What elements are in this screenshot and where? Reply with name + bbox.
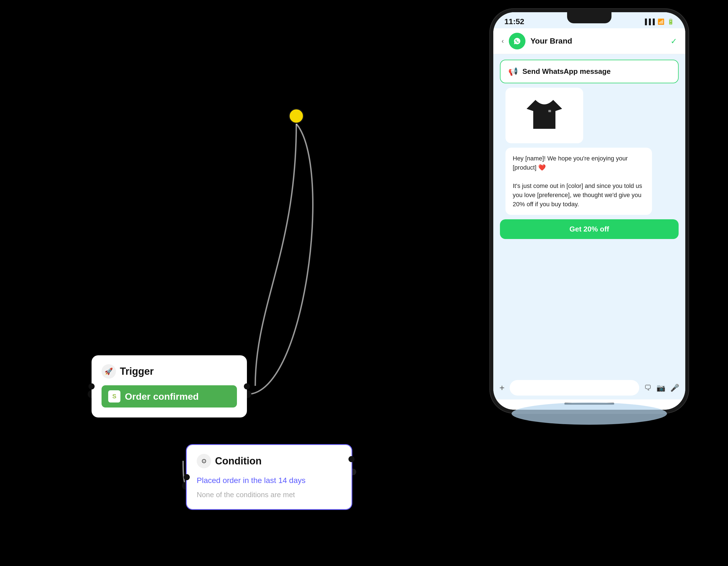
cursor-hand: ☞ [641,498,670,532]
chat-input-bar: + 🗨 📷 🎤 [493,376,685,400]
send-wa-title: Send WhatsApp message [522,67,611,76]
rocket-icon: 🚀 [105,368,113,375]
battery-icon: 🔋 [667,18,674,25]
phone-inner: 11:52 ▐▐▐ 📶 🔋 ‹ Your Brand ✓ [493,12,685,410]
condition-icon: ⊙ [201,458,206,465]
whatsapp-header: ‹ Your Brand ✓ [493,28,685,54]
trigger-icon-wrap: 🚀 [102,364,116,379]
trigger-badge: S Order confirmed [102,385,237,408]
product-image-bubble [505,88,583,143]
svg-rect-5 [548,110,551,112]
mic-icon[interactable]: 🎤 [670,384,679,392]
condition-header: ⊙ Condition [197,454,342,468]
wifi-icon: 📶 [658,18,664,25]
shopify-icon: S [108,390,120,403]
condition-item-1[interactable]: Placed order in the last 14 days [197,476,342,485]
shopify-letter: S [112,393,117,400]
trigger-dot-right [244,383,250,390]
back-icon: ‹ [502,37,504,45]
order-confirmed-label: Order confirmed [125,391,199,402]
condition-dot-right [348,456,355,462]
sticker-icon[interactable]: 🗨 [644,384,651,392]
condition-item-2: None of the conditions are met [197,491,342,499]
cta-label: Get 20% off [569,225,609,233]
message-text-2: It's just come out in [color] and since … [513,182,642,208]
tshirt-image [522,93,567,138]
trigger-dot-left [89,383,95,390]
trigger-header: 🚀 Trigger [102,364,237,379]
cta-button[interactable]: Get 20% off [500,219,679,239]
phone-notch [567,12,611,23]
message-text-1: Hey [name]! We hope you're enjoying your… [513,155,628,171]
condition-dot-left [184,474,190,480]
signal-icon: ▐▐▐ [643,19,655,25]
chat-action-icons: 🗨 📷 🎤 [644,384,679,392]
send-wa-card: 📢 Send WhatsApp message [500,60,679,83]
add-icon[interactable]: + [499,383,505,393]
verified-icon: ✓ [671,37,677,46]
phone-mockup: 11:52 ▐▐▐ 📶 🔋 ‹ Your Brand ✓ [489,8,689,414]
phone-time: 11:52 [504,17,524,26]
yellow-dot-trigger [289,108,304,124]
trigger-card: 🚀 Trigger S Order confirmed [92,355,247,418]
chat-area: 📢 Send WhatsApp message Hey [name]! We h… [493,54,685,376]
phone-status-icons: ▐▐▐ 📶 🔋 [643,18,674,25]
phone-shadow [512,403,667,425]
condition-title: Condition [215,455,262,467]
phone-outer: 11:52 ▐▐▐ 📶 🔋 ‹ Your Brand ✓ [489,8,689,414]
message-bubble: Hey [name]! We hope you're enjoying your… [505,148,652,215]
condition-card: ⊙ Condition Placed order in the last 14 … [186,444,352,510]
camera-icon[interactable]: 📷 [656,384,665,392]
megaphone-icon: 📢 [508,67,518,76]
trigger-title: Trigger [120,366,154,377]
brand-name: Your Brand [530,37,666,45]
condition-icon-wrap: ⊙ [197,454,211,468]
message-input[interactable] [510,380,639,396]
brand-avatar [509,33,525,49]
